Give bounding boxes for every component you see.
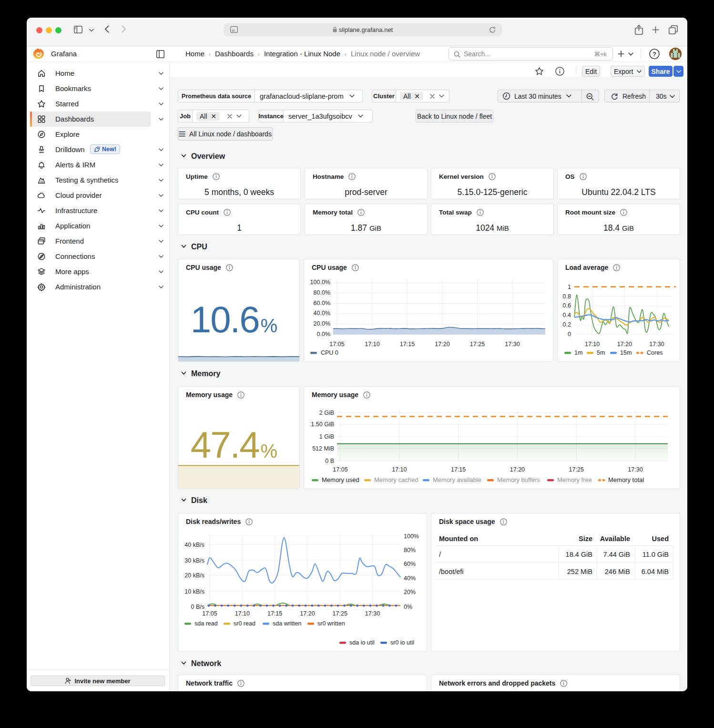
svg-text:17:20: 17:20 [435,341,449,348]
svg-text:sda written: sda written [273,620,301,627]
svg-text:100.0%: 100.0% [310,279,330,286]
svg-text:sda read: sda read [194,620,218,627]
svg-text:1.50 GiB: 1.50 GiB [311,421,334,428]
svg-text:40 kB/s: 40 kB/s [184,542,204,548]
svg-text:5m: 5m [597,349,605,356]
svg-text:0%: 0% [404,604,412,610]
svg-text:0 B: 0 B [325,458,334,464]
svg-text:60.0%: 60.0% [314,300,330,307]
svg-text:Memory used: Memory used [322,476,359,483]
svg-text:Memory buffers: Memory buffers [497,476,541,483]
svg-text:Memory total: Memory total [608,476,644,483]
svg-text:1m: 1m [574,349,582,356]
svg-text:15m: 15m [620,349,632,356]
svg-text:0: 0 [568,331,571,338]
svg-text:17:10: 17:10 [235,610,250,617]
svg-text:20 kB/s: 20 kB/s [184,572,204,579]
svg-text:sr0 read: sr0 read [234,620,255,627]
svg-text:sr0 written: sr0 written [317,620,345,627]
svg-text:1 GiB: 1 GiB [319,433,334,440]
svg-text:1: 1 [568,284,571,290]
svg-text:17:05: 17:05 [202,610,217,617]
svg-text:17:15: 17:15 [451,466,466,473]
svg-text:100%: 100% [404,533,419,540]
svg-text:sda io util: sda io util [349,639,375,646]
svg-text:512 MiB: 512 MiB [312,445,334,452]
svg-text:40.0%: 40.0% [314,310,330,317]
svg-text:17:20: 17:20 [617,341,632,348]
svg-text:sr0 io util: sr0 io util [390,639,414,646]
svg-text:17:10: 17:10 [392,466,407,473]
svg-text:17:20: 17:20 [510,466,525,473]
svg-text:0.6: 0.6 [563,302,571,309]
svg-text:Memory available: Memory available [433,476,481,483]
svg-text:17:15: 17:15 [267,610,282,617]
svg-text:30 kB/s: 30 kB/s [184,557,204,564]
svg-text:17:25: 17:25 [333,610,347,617]
svg-text:0 B/s: 0 B/s [191,604,205,610]
svg-text:17:25: 17:25 [470,341,485,348]
svg-text:17:05: 17:05 [329,341,344,348]
svg-text:17:30: 17:30 [649,341,664,348]
svg-text:17:25: 17:25 [569,466,584,473]
svg-text:80%: 80% [404,547,416,554]
svg-text:80.0%: 80.0% [314,289,330,296]
svg-text:?: ? [653,51,656,58]
svg-text:k6: k6 [40,180,43,183]
svg-text:17:15: 17:15 [400,341,415,348]
svg-text:20.0%: 20.0% [314,320,330,327]
svg-text:60%: 60% [404,561,416,567]
svg-text:17:30: 17:30 [505,341,520,348]
svg-text:Memory free: Memory free [557,476,592,483]
svg-text:17:20: 17:20 [300,610,315,617]
svg-text:Memory cached: Memory cached [374,476,418,483]
svg-text:40%: 40% [404,575,416,582]
svg-text:0.4: 0.4 [563,312,571,318]
svg-text:20%: 20% [404,589,416,595]
svg-text:2 GiB: 2 GiB [319,410,334,416]
svg-text:17:30: 17:30 [365,610,380,617]
svg-text:17:30: 17:30 [628,466,643,473]
svg-text:17:10: 17:10 [365,341,379,348]
svg-text:CPU 0: CPU 0 [321,349,338,356]
svg-text:Cores: Cores [647,349,663,356]
svg-text:0.2: 0.2 [563,321,571,328]
svg-text:0.8: 0.8 [563,293,571,300]
svg-text:17:05: 17:05 [333,466,347,473]
svg-text:0.0%: 0.0% [317,331,331,338]
svg-text:17:10: 17:10 [585,341,600,348]
svg-text:10 kB/s: 10 kB/s [184,588,204,595]
